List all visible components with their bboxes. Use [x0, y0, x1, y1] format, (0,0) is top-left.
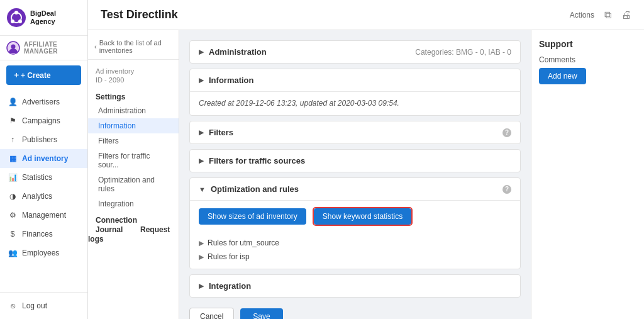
svg-point-3 [18, 20, 22, 23]
show-keyword-button[interactable]: Show keyword statistics [314, 208, 411, 225]
dollar-icon: $ [8, 229, 18, 239]
sidebar-user: Affiliate Manager [0, 36, 87, 60]
center-content: ▶ Administration Categories: BMG - 0, IA… [179, 30, 531, 319]
display-icon: ▦ [8, 154, 18, 164]
create-button[interactable]: ＋ + Create [6, 65, 81, 85]
comments-label: Comments [539, 55, 636, 64]
show-sizes-button[interactable]: Show sizes of ad inventory [199, 208, 306, 225]
svg-point-2 [14, 11, 18, 14]
sidebar-item-finances[interactable]: $ Finances [0, 225, 87, 243]
flag-icon: ⚑ [8, 116, 18, 126]
rule-item-utm-source[interactable]: ▶ Rules for utm_source [199, 236, 511, 250]
panel-section-id: ID - 2090 [88, 76, 179, 89]
panel-item-information[interactable]: Information [88, 118, 179, 133]
topbar-actions: Actions ⧉ 🖨 [570, 9, 631, 21]
actions-label: Actions [570, 11, 594, 20]
filters-traffic-section: ▶ Filters for traffic sources [189, 149, 521, 172]
panel-section-title: Ad inventory [88, 65, 179, 76]
panel-item-optimization[interactable]: Optimization and rules [88, 172, 179, 196]
back-arrow-icon: ‹ [94, 43, 97, 50]
copy-icon[interactable]: ⧉ [604, 9, 611, 21]
bar-chart-icon: 📊 [8, 172, 18, 182]
logo-text: BigDeal Agency [30, 9, 56, 26]
panel-item-integration[interactable]: Integration [88, 196, 179, 211]
sidebar-item-statistics[interactable]: 📊 Statistics [0, 168, 87, 187]
pie-chart-icon: ◑ [8, 191, 18, 201]
filters-traffic-header[interactable]: ▶ Filters for traffic sources [190, 150, 520, 172]
filters-section: ▶ Filters ? [189, 121, 521, 144]
save-button[interactable]: Save [240, 308, 282, 319]
page-title: Test Directlink [101, 8, 570, 21]
user-role-label: Affiliate Manager [24, 41, 81, 55]
isp-arrow-icon: ▶ [199, 253, 204, 261]
svg-point-6 [11, 45, 16, 49]
logo-icon [6, 8, 26, 28]
administration-section: ▶ Administration Categories: BMG - 0, IA… [189, 40, 521, 64]
back-link[interactable]: ‹ Back to the list of ad inventories [88, 36, 179, 60]
print-icon[interactable]: 🖨 [621, 9, 631, 21]
create-plus-icon: ＋ [13, 70, 20, 81]
panel-item-filters[interactable]: Filters [88, 133, 179, 148]
information-section: ▶ Information Created at 2019-12-06 13:2… [189, 69, 521, 116]
logout-item[interactable]: ⎋ Log out [0, 296, 87, 315]
filters-header[interactable]: ▶ Filters ? [190, 121, 520, 143]
settings-icon: ⚙ [8, 210, 18, 220]
information-arrow-icon: ▶ [199, 76, 204, 84]
logout-icon: ⎋ [8, 301, 18, 311]
keyword-btn-wrapper: Show keyword statistics [313, 207, 413, 226]
sidebar-item-campaigns[interactable]: ⚑ Campaigns [0, 111, 87, 130]
topbar: Test Directlink Actions ⧉ 🖨 [88, 0, 644, 30]
filters-traffic-arrow-icon: ▶ [199, 157, 204, 165]
support-title: Support [539, 39, 636, 49]
utm-source-arrow-icon: ▶ [199, 239, 204, 247]
panel-item-administration[interactable]: Administration [88, 103, 179, 118]
optimization-section: ▼ Optimization and rules ? Show sizes of… [189, 177, 521, 269]
sidebar-item-employees[interactable]: 👥 Employees [0, 243, 87, 262]
administration-arrow-icon: ▶ [199, 48, 204, 56]
information-header[interactable]: ▶ Information [190, 69, 520, 92]
optimization-arrow-icon: ▼ [199, 186, 206, 193]
sidebar: BigDeal Agency Affiliate Manager ＋ + Cre… [0, 0, 88, 319]
integration-arrow-icon: ▶ [199, 282, 204, 290]
left-panel: ‹ Back to the list of ad inventories Ad … [88, 30, 179, 319]
user-icon [6, 41, 20, 55]
right-panel: Support Comments Add new [531, 30, 644, 319]
content-area: ‹ Back to the list of ad inventories Ad … [88, 30, 644, 319]
sidebar-item-analytics[interactable]: ◑ Analytics [0, 187, 87, 206]
optimization-buttons: Show sizes of ad inventory Show keyword … [190, 201, 520, 232]
integration-header[interactable]: ▶ Integration [190, 275, 520, 297]
integration-section: ▶ Integration [189, 274, 521, 298]
rule-item-isp[interactable]: ▶ Rules for isp [199, 250, 511, 264]
rules-list: ▶ Rules for utm_source ▶ Rules for isp [190, 232, 520, 269]
filters-arrow-icon: ▶ [199, 128, 204, 137]
people-icon: 👥 [8, 248, 18, 258]
sidebar-item-ad-inventory[interactable]: ▦ Ad inventory [0, 149, 87, 168]
svg-point-4 [11, 20, 14, 23]
administration-header[interactable]: ▶ Administration Categories: BMG - 0, IA… [190, 41, 520, 63]
main: Test Directlink Actions ⧉ 🖨 ‹ Back to th… [88, 0, 644, 319]
person-icon: 👤 [8, 97, 18, 107]
sidebar-bottom: ⎋ Log out [0, 292, 87, 319]
sidebar-item-management[interactable]: ⚙ Management [0, 206, 87, 225]
logo: BigDeal Agency [0, 0, 87, 36]
panel-item-filters-traffic[interactable]: Filters for traffic sour... [88, 148, 179, 172]
optimization-header[interactable]: ▼ Optimization and rules ? [190, 178, 520, 201]
sidebar-item-advertisers[interactable]: 👤 Advertisers [0, 92, 87, 111]
add-new-button[interactable]: Add new [539, 68, 586, 84]
form-actions: Cancel Save [189, 303, 521, 319]
upload-icon: ↑ [8, 135, 18, 145]
sidebar-nav: 👤 Advertisers ⚑ Campaigns ↑ Publishers ▦… [0, 90, 87, 292]
settings-group-title: Settings [88, 89, 179, 103]
sidebar-item-publishers[interactable]: ↑ Publishers [0, 130, 87, 149]
cancel-button[interactable]: Cancel [189, 308, 234, 319]
optimization-help-icon[interactable]: ? [502, 185, 511, 194]
information-body: Created at 2019-12-06 13:23, updated at … [190, 92, 520, 115]
filters-help-icon[interactable]: ? [502, 128, 511, 137]
